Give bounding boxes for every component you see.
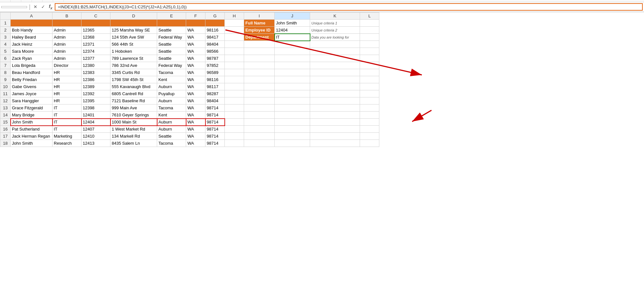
cell-k15[interactable]: [310, 119, 360, 126]
cell-e3[interactable]: Federal Way: [157, 34, 186, 41]
cell-b3[interactable]: Admin: [52, 34, 81, 41]
cell-b5[interactable]: Admin: [52, 48, 81, 55]
cell-l15[interactable]: [360, 119, 379, 126]
cell-a3[interactable]: Hailey Beard: [11, 34, 52, 41]
col-header-f[interactable]: F: [186, 13, 205, 20]
cell-f17[interactable]: WA: [186, 133, 205, 140]
cell-k9[interactable]: [310, 76, 360, 83]
cell-i4[interactable]: [244, 41, 275, 48]
cell-d16[interactable]: 1 West Market Rd: [110, 126, 157, 133]
cell-f6[interactable]: WA: [186, 55, 205, 62]
cell-l16[interactable]: [360, 126, 379, 133]
cell-e18[interactable]: Tacoma: [157, 140, 186, 147]
row-header-6[interactable]: 6: [0, 55, 11, 62]
col-header-k[interactable]: K: [310, 13, 360, 20]
cell-c9[interactable]: 12386: [81, 76, 110, 83]
cell-d14[interactable]: 7610 Geyer Springs: [110, 112, 157, 119]
cell-f4[interactable]: WA: [186, 41, 205, 48]
cell-i13[interactable]: [244, 104, 275, 112]
cell-b8[interactable]: HR: [52, 69, 81, 76]
row-header-1[interactable]: 1: [0, 20, 11, 27]
cell-h14[interactable]: [225, 112, 244, 119]
col-header-b[interactable]: B: [52, 13, 81, 20]
cell-g6[interactable]: 98787: [205, 55, 225, 62]
row-header-4[interactable]: 4: [0, 41, 11, 48]
cell-h4[interactable]: [225, 41, 244, 48]
cell-f12[interactable]: WA: [186, 97, 205, 104]
cell-b11[interactable]: HR: [52, 90, 81, 97]
cell-e13[interactable]: Tacoma: [157, 104, 186, 112]
cell-d10[interactable]: 555 Kavanaugh Blvd: [110, 83, 157, 90]
cell-e14[interactable]: Kent: [157, 112, 186, 119]
formula-input[interactable]: [55, 3, 643, 11]
cell-f2[interactable]: WA: [186, 27, 205, 34]
cell-i7[interactable]: [244, 62, 275, 69]
confirm-icon[interactable]: ✓: [40, 4, 46, 9]
cell-k18[interactable]: [310, 140, 360, 147]
cell-d7[interactable]: 786 32nd Ave: [110, 62, 157, 69]
cell-j11[interactable]: [275, 90, 310, 97]
cell-l12[interactable]: [360, 97, 379, 104]
cell-b18[interactable]: Research: [52, 140, 81, 147]
col-header-h[interactable]: H: [225, 13, 244, 20]
cell-j6[interactable]: [275, 55, 310, 62]
cell-l8[interactable]: [360, 69, 379, 76]
cell-a12[interactable]: Sara Hanggler: [11, 97, 52, 104]
cell-i8[interactable]: [244, 69, 275, 76]
cell-f18[interactable]: WA: [186, 140, 205, 147]
cell-d1[interactable]: [110, 20, 157, 27]
cell-a4[interactable]: Jack Heinz: [11, 41, 52, 48]
cell-b4[interactable]: Admin: [52, 41, 81, 48]
cell-a2[interactable]: Bob Handy: [11, 27, 52, 34]
cell-j12[interactable]: [275, 97, 310, 104]
cell-f7[interactable]: WA: [186, 62, 205, 69]
cell-e8[interactable]: Tacoma: [157, 69, 186, 76]
cell-f10[interactable]: WA: [186, 83, 205, 90]
cell-h17[interactable]: [225, 133, 244, 140]
cell-a18[interactable]: John Smith: [11, 140, 52, 147]
cell-j2[interactable]: 12404: [275, 27, 310, 34]
row-header-16[interactable]: 16: [0, 126, 11, 133]
cell-d5[interactable]: 1 Hoboken: [110, 48, 157, 55]
cell-f15[interactable]: WA: [186, 119, 205, 126]
cell-g11[interactable]: 98287: [205, 90, 225, 97]
cell-l7[interactable]: [360, 62, 379, 69]
cell-j10[interactable]: [275, 83, 310, 90]
cell-b16[interactable]: IT: [52, 126, 81, 133]
cell-c2[interactable]: 12365: [81, 27, 110, 34]
cell-k3[interactable]: Data you are looking for: [310, 34, 360, 41]
cell-i16[interactable]: [244, 126, 275, 133]
cell-i9[interactable]: [244, 76, 275, 83]
row-header-9[interactable]: 9: [0, 76, 11, 83]
cell-c13[interactable]: 12398: [81, 104, 110, 112]
cell-c1[interactable]: [81, 20, 110, 27]
col-header-c[interactable]: C: [81, 13, 110, 20]
cell-g7[interactable]: 97852: [205, 62, 225, 69]
cell-j7[interactable]: [275, 62, 310, 69]
cell-b1[interactable]: [52, 20, 81, 27]
cell-b10[interactable]: HR: [52, 83, 81, 90]
cell-h18[interactable]: [225, 140, 244, 147]
row-header-14[interactable]: 14: [0, 112, 11, 119]
cell-e17[interactable]: Seattle: [157, 133, 186, 140]
cell-k2[interactable]: Unique criteria 2: [310, 27, 360, 34]
cell-g10[interactable]: 98117: [205, 83, 225, 90]
cell-g17[interactable]: 98714: [205, 133, 225, 140]
cell-e4[interactable]: Seattle: [157, 41, 186, 48]
cell-l18[interactable]: [360, 140, 379, 147]
row-header-10[interactable]: 10: [0, 83, 11, 90]
cell-e5[interactable]: Seattle: [157, 48, 186, 55]
cell-h2[interactable]: [225, 27, 244, 34]
cancel-icon[interactable]: ✕: [33, 4, 38, 9]
cell-b17[interactable]: Marketing: [52, 133, 81, 140]
cell-j4[interactable]: [275, 41, 310, 48]
cell-k5[interactable]: [310, 48, 360, 55]
cell-b9[interactable]: HR: [52, 76, 81, 83]
cell-l9[interactable]: [360, 76, 379, 83]
cell-a10[interactable]: Gabe Givens: [11, 83, 52, 90]
cell-g3[interactable]: 98417: [205, 34, 225, 41]
row-header-5[interactable]: 5: [0, 48, 11, 55]
row-header-12[interactable]: 12: [0, 97, 11, 104]
cell-k8[interactable]: [310, 69, 360, 76]
cell-k11[interactable]: [310, 90, 360, 97]
